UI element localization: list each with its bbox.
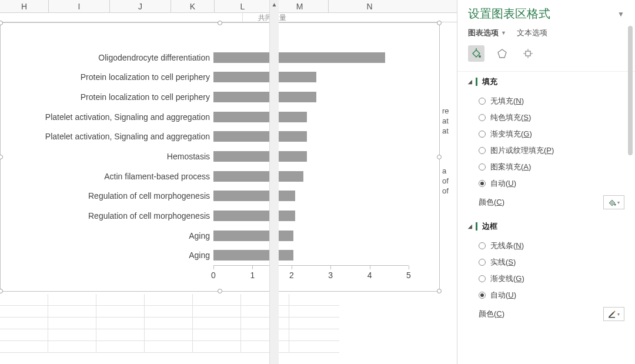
accent-bar bbox=[476, 78, 477, 86]
radio-label: 自动(U) bbox=[490, 290, 516, 300]
worksheet-grid[interactable] bbox=[0, 294, 339, 364]
tab-chart-options[interactable]: 图表选项 ▼ bbox=[468, 28, 506, 38]
chart-bar[interactable] bbox=[213, 92, 316, 102]
chart-bar[interactable] bbox=[213, 151, 307, 162]
chart-bar[interactable] bbox=[213, 231, 293, 241]
chart-bar[interactable] bbox=[213, 250, 293, 261]
vertical-scrollbar[interactable]: ▲ bbox=[269, 0, 279, 364]
radio-icon bbox=[479, 292, 486, 299]
radio-icon bbox=[479, 163, 486, 171]
value-axis[interactable]: 012345 bbox=[213, 265, 409, 284]
border-option-gradient[interactable]: 渐变线(G) bbox=[468, 271, 624, 287]
category-label: Regulation of cell morphogenesis bbox=[0, 191, 210, 201]
radio-label: 渐变填充(G) bbox=[490, 129, 532, 139]
radio-icon bbox=[479, 131, 486, 138]
collapse-icon: ◢ bbox=[468, 79, 472, 85]
category-label: Platelet activation, Signaling and aggre… bbox=[0, 112, 210, 122]
column-header[interactable]: K bbox=[171, 0, 214, 12]
section-fill-header[interactable]: ◢ 填充 bbox=[468, 76, 624, 87]
axis-tick-label: 2 bbox=[289, 271, 294, 280]
chart-bar[interactable] bbox=[213, 171, 303, 182]
paint-bucket-icon[interactable] bbox=[468, 45, 484, 62]
section-border-header[interactable]: ◢ 边框 bbox=[468, 221, 624, 232]
fill-option-solid[interactable]: 纯色填充(S) bbox=[468, 109, 624, 126]
tab-label: 图表选项 bbox=[468, 28, 499, 38]
column-header[interactable]: L bbox=[214, 0, 270, 12]
column-header[interactable]: J bbox=[109, 0, 171, 12]
chart-bar[interactable] bbox=[213, 211, 295, 221]
size-pos-icon[interactable] bbox=[520, 45, 536, 62]
pane-tabs: 图表选项 ▼ 文本选项 bbox=[468, 28, 624, 38]
radio-label: 渐变线(G) bbox=[490, 273, 524, 284]
fill-option-pattern[interactable]: 图案填充(A) bbox=[468, 159, 624, 175]
column-header[interactable]: H bbox=[0, 0, 48, 12]
chart-object[interactable]: AgingAgingRegulation of cell morphogenes… bbox=[0, 22, 440, 292]
fill-option-gradient[interactable]: 渐变填充(G) bbox=[468, 126, 624, 142]
fill-color-picker[interactable]: ▾ bbox=[603, 195, 624, 209]
fill-option-picture[interactable]: 图片或纹理填充(P) bbox=[468, 142, 624, 159]
category-label: Regulation of cell morphogenesis bbox=[0, 211, 210, 221]
radio-label: 图案填充(A) bbox=[490, 162, 531, 172]
resize-handle[interactable] bbox=[218, 289, 222, 293]
border-option-none[interactable]: 无线条(N) bbox=[468, 238, 624, 254]
svg-rect-10 bbox=[609, 317, 615, 318]
pane-title: 设置图表区格式 bbox=[468, 6, 550, 22]
radio-label: 自动(U) bbox=[490, 178, 516, 189]
category-icons bbox=[468, 45, 624, 62]
tab-label: 文本选项 bbox=[517, 28, 547, 38]
format-pane: 设置图表区格式 ▼ 图表选项 ▼ 文本选项 ◢ 填充 无填充(N)纯色填充(S)… bbox=[457, 0, 635, 364]
column-headers[interactable]: HIJKLMN bbox=[0, 0, 457, 13]
fill-option-none[interactable]: 无填充(N) bbox=[468, 93, 624, 109]
resize-handle[interactable] bbox=[218, 21, 222, 25]
category-label: Oligodendrocyte differentiation bbox=[0, 52, 210, 63]
obscured-cell-text: reatataofof bbox=[442, 106, 454, 196]
resize-handle[interactable] bbox=[437, 21, 442, 25]
border-color-picker[interactable]: ▾ bbox=[603, 307, 624, 321]
fill-option-auto[interactable]: 自动(U) bbox=[468, 175, 624, 192]
fill-color-row: 颜色(C) ▾ bbox=[468, 192, 624, 213]
radio-icon bbox=[479, 242, 486, 249]
chart-bar[interactable] bbox=[213, 112, 307, 122]
category-label: Protein localization to cell periphery bbox=[0, 92, 210, 102]
pane-title-row: 设置图表区格式 ▼ bbox=[468, 6, 624, 22]
axis-tick-label: 1 bbox=[250, 271, 255, 280]
column-header[interactable]: I bbox=[48, 0, 109, 12]
svg-point-1 bbox=[479, 55, 481, 58]
resize-handle[interactable] bbox=[437, 155, 442, 159]
category-label: Platelet activation, Signaling and aggre… bbox=[0, 131, 210, 142]
column-header[interactable]: N bbox=[328, 0, 410, 12]
worksheet-area: HIJKLMN 共同数量 AgingAgingRegulation of cel… bbox=[0, 0, 457, 364]
border-color-row: 颜色(C) ▾ bbox=[468, 303, 624, 325]
svg-marker-8 bbox=[609, 200, 615, 206]
pentagon-icon[interactable] bbox=[494, 45, 510, 62]
border-option-auto[interactable]: 自动(U) bbox=[468, 287, 624, 303]
pane-menu-icon[interactable]: ▼ bbox=[617, 10, 624, 18]
radio-label: 无填充(N) bbox=[490, 96, 524, 106]
radio-icon bbox=[479, 180, 486, 187]
chart-bar[interactable] bbox=[213, 191, 295, 201]
radio-label: 实线(S) bbox=[490, 257, 516, 268]
radio-icon bbox=[479, 114, 486, 121]
radio-icon bbox=[479, 98, 486, 105]
pane-scrollbar[interactable] bbox=[628, 26, 633, 360]
radio-label: 图片或纹理填充(P) bbox=[490, 145, 554, 156]
border-option-solid[interactable]: 实线(S) bbox=[468, 254, 624, 271]
scroll-up-icon[interactable]: ▲ bbox=[270, 0, 279, 9]
category-label: Protein localization to cell periphery bbox=[0, 72, 210, 82]
radio-label: 纯色填充(S) bbox=[490, 112, 531, 123]
chart-bar[interactable] bbox=[213, 52, 385, 63]
tab-text-options[interactable]: 文本选项 bbox=[517, 28, 547, 38]
plot-area[interactable] bbox=[213, 48, 409, 264]
resize-handle[interactable] bbox=[437, 289, 442, 293]
resize-handle[interactable] bbox=[0, 289, 3, 293]
chart-bar[interactable] bbox=[213, 131, 307, 142]
fill-color-label: 颜色(C) bbox=[479, 197, 504, 208]
axis-tick-label: 3 bbox=[328, 271, 333, 280]
radio-label: 无线条(N) bbox=[490, 241, 524, 251]
resize-handle[interactable] bbox=[0, 21, 3, 25]
scroll-thumb[interactable] bbox=[628, 26, 633, 155]
chart-bar[interactable] bbox=[213, 72, 316, 82]
svg-marker-2 bbox=[498, 49, 506, 58]
column-header[interactable]: M bbox=[270, 0, 328, 12]
category-label: Aging bbox=[0, 231, 210, 241]
